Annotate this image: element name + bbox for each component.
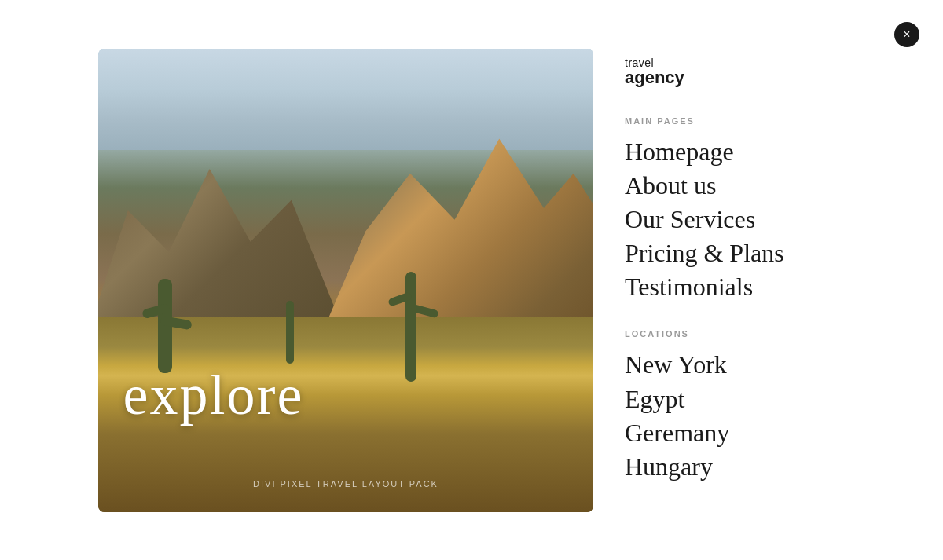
page-container: explore DIVI PIXEL TRAVEL LAYOUT PACK tr… [0, 0, 943, 560]
credit-text: DIVI PIXEL TRAVEL LAYOUT PACK [253, 479, 438, 489]
nav-new-york[interactable]: New York [625, 348, 845, 382]
main-pages-group: MAIN PAGES Homepage About us Our Service… [625, 110, 845, 305]
locations-label: LOCATIONS [625, 329, 845, 339]
cactus-3 [286, 301, 294, 364]
nav-section: travel agency MAIN PAGES Homepage About … [625, 49, 845, 503]
nav-germany[interactable]: Geremany [625, 416, 845, 450]
nav-testimonials[interactable]: Testimonials [625, 270, 845, 304]
cactus-1 [158, 279, 172, 373]
inner-wrapper: explore DIVI PIXEL TRAVEL LAYOUT PACK tr… [51, 25, 892, 536]
close-icon: × [903, 28, 910, 41]
brand-logo: travel agency [625, 57, 845, 86]
close-button[interactable]: × [894, 22, 919, 47]
nav-homepage[interactable]: Homepage [625, 135, 845, 169]
nav-pricing[interactable]: Pricing & Plans [625, 236, 845, 270]
locations-group: LOCATIONS New York Egypt Geremany Hungar… [625, 323, 845, 484]
brand-agency: agency [625, 69, 845, 86]
nav-egypt[interactable]: Egypt [625, 382, 845, 416]
hero-image: explore DIVI PIXEL TRAVEL LAYOUT PACK [98, 49, 593, 512]
explore-text: explore [123, 363, 304, 428]
nav-hungary[interactable]: Hungary [625, 450, 845, 484]
nav-about[interactable]: About us [625, 169, 845, 203]
nav-services[interactable]: Our Services [625, 203, 845, 236]
main-pages-label: MAIN PAGES [625, 116, 845, 126]
cactus-2 [405, 272, 416, 382]
